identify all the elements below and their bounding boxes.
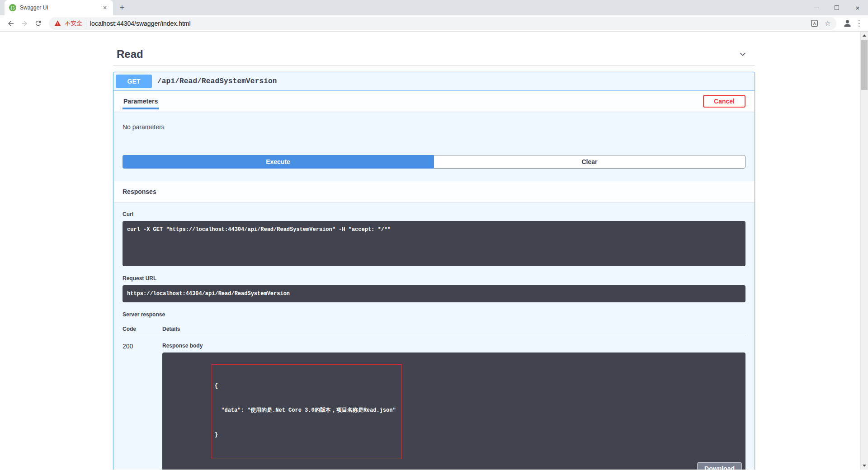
browser-menu-icon[interactable]: ⋮ xyxy=(854,19,863,28)
close-icon: × xyxy=(856,4,860,12)
response-body-block: { "data": "使用的是.Net Core 3.0的版本，项目名称是Rea… xyxy=(162,352,745,470)
opblock-get: GET /api/Read/ReadSystemVersion Paramete… xyxy=(113,72,755,470)
responses-title: Responses xyxy=(123,188,156,195)
no-parameters-text: No parameters xyxy=(113,112,755,144)
url-text: localhost:44304/swagger/index.html xyxy=(90,20,191,27)
api-tag-header[interactable]: Read xyxy=(113,43,755,66)
execute-button[interactable]: Execute xyxy=(123,155,434,169)
security-warning-icon xyxy=(54,20,61,27)
details-column-header: Details xyxy=(162,326,745,332)
avatar-icon xyxy=(843,19,852,28)
response-body-line: } xyxy=(215,431,396,439)
tab-title: Swagger UI xyxy=(20,5,98,11)
response-body-label: Response body xyxy=(162,343,745,349)
curl-label: Curl xyxy=(123,211,745,217)
tab-strip: {} Swagger UI × + × xyxy=(0,0,868,15)
code-column-header: Code xyxy=(123,326,162,332)
new-tab-button[interactable]: + xyxy=(116,1,128,14)
maximize-icon xyxy=(835,5,839,10)
endpoint-path: /api/Read/ReadSystemVersion xyxy=(152,77,283,85)
opblock-summary[interactable]: GET /api/Read/ReadSystemVersion xyxy=(113,72,755,91)
responses-inner: Curl curl -X GET "https://localhost:4430… xyxy=(113,202,755,470)
security-warning-label: 不安全 xyxy=(65,19,82,28)
execute-wrapper: Execute Clear xyxy=(113,144,755,181)
responses-header: Responses xyxy=(113,181,755,202)
address-bar[interactable]: 不安全 localhost:44304/swagger/index.html A… xyxy=(49,17,836,30)
curl-command[interactable]: curl -X GET "https://localhost:44304/api… xyxy=(123,221,745,266)
cancel-button[interactable]: Cancel xyxy=(703,95,745,108)
download-button[interactable]: Download xyxy=(697,462,742,470)
translate-icon[interactable]: A xyxy=(811,19,818,27)
clear-button[interactable]: Clear xyxy=(434,155,745,169)
forward-icon xyxy=(20,19,28,28)
browser-window: {} Swagger UI × + × 不安全 loca xyxy=(0,0,868,32)
window-minimize-button[interactable] xyxy=(806,0,826,15)
minimize-icon xyxy=(814,8,819,8)
forward-button[interactable] xyxy=(18,17,31,30)
profile-avatar[interactable] xyxy=(841,17,854,30)
svg-text:A: A xyxy=(813,21,816,26)
collapse-section-button[interactable] xyxy=(739,50,747,58)
browser-toolbar: 不安全 localhost:44304/swagger/index.html A… xyxy=(0,15,868,32)
response-body-line: "data": "使用的是.Net Core 3.0的版本，项目名称是Read.… xyxy=(215,406,396,414)
swagger-favicon-icon: {} xyxy=(9,4,16,11)
status-code: 200 xyxy=(123,343,162,470)
request-url-value: https://localhost:44304/api/Read/ReadSys… xyxy=(123,285,745,302)
scrollbar-down-arrow-icon[interactable] xyxy=(861,462,868,470)
browser-tab[interactable]: {} Swagger UI × xyxy=(5,0,113,15)
swagger-content: Read GET /api/Read/ReadSystemVersion Par… xyxy=(113,32,755,470)
bookmark-star-icon[interactable]: ☆ xyxy=(825,19,831,28)
parameters-tab: Parameters xyxy=(123,93,159,109)
omnibox-divider xyxy=(86,20,86,27)
page-title: Read xyxy=(117,48,143,61)
back-icon xyxy=(7,19,15,28)
window-close-button[interactable]: × xyxy=(847,0,868,15)
server-response-label: Server response xyxy=(123,311,745,318)
window-controls: × xyxy=(806,0,868,15)
window-maximize-button[interactable] xyxy=(826,0,847,15)
page-viewport: Read GET /api/Read/ReadSystemVersion Par… xyxy=(0,32,868,470)
refresh-button[interactable] xyxy=(32,17,44,30)
refresh-icon xyxy=(34,19,42,27)
scrollbar-up-arrow-icon[interactable] xyxy=(861,32,868,39)
response-details: Response body { "data": "使用的是.Net Core 3… xyxy=(162,343,745,470)
tab-close-icon[interactable]: × xyxy=(101,4,108,11)
http-method-badge: GET xyxy=(116,75,152,88)
live-response-row: 200 Response body { "data": "使用的是.Net Co… xyxy=(123,336,745,470)
scrollbar-thumb[interactable] xyxy=(861,40,868,90)
response-body-line: { xyxy=(215,382,396,390)
chevron-down-icon xyxy=(739,50,747,58)
page-scrollbar[interactable] xyxy=(860,32,868,470)
live-response-table-header: Code Details xyxy=(123,321,745,336)
response-body-code: { "data": "使用的是.Net Core 3.0的版本，项目名称是Rea… xyxy=(212,364,402,459)
svg-text:{}: {} xyxy=(10,6,15,10)
request-url-label: Request URL xyxy=(123,275,745,282)
back-button[interactable] xyxy=(5,17,17,30)
parameters-header: Parameters Cancel xyxy=(113,91,755,112)
